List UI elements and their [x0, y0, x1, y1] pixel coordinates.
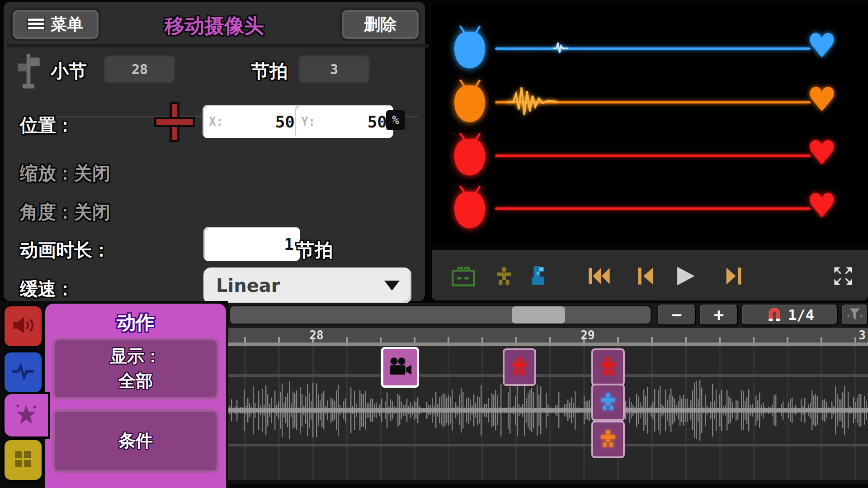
person-icon [598, 393, 618, 412]
conditions-label: 条件 [118, 428, 153, 453]
x-field-value: 50 [223, 113, 295, 131]
angle-setting-label[interactable]: 角度：关闭 [20, 200, 110, 225]
funnel-icon [846, 307, 864, 323]
boot-icon[interactable] [526, 264, 551, 288]
person-icon [509, 358, 530, 377]
position-label: 位置： [20, 113, 74, 138]
ease-dropdown[interactable]: Linear [203, 267, 411, 304]
y-field-label: Y: [301, 115, 315, 128]
game-preview: ♥♥♥♥ [432, 2, 868, 246]
timeline-event-character-red[interactable] [591, 348, 625, 386]
timeline-event-character-red[interactable] [503, 348, 536, 386]
star-icon [14, 403, 39, 428]
beat-label: 节拍 [251, 59, 288, 84]
beat-line-red-2 [495, 207, 811, 210]
duration-value: 1 [210, 235, 294, 253]
ruler-tick [515, 337, 517, 343]
character-icon[interactable] [491, 264, 517, 288]
timeline-event-character-orange[interactable] [591, 421, 625, 458]
character-red-2 [449, 183, 491, 232]
ruler-bar-label: 29 [580, 328, 594, 342]
grid-icon [12, 448, 34, 472]
percent-unit-toggle[interactable]: % [386, 110, 405, 130]
show-filter-line1: 显示： [110, 344, 161, 369]
timeline-scrollbar-track[interactable] [230, 306, 651, 324]
ruler-tick [685, 337, 687, 343]
conditions-button[interactable]: 条件 [52, 409, 219, 473]
magnet-icon [765, 306, 783, 324]
beat-value-box[interactable]: 3 [298, 55, 370, 83]
ruler-tick [854, 337, 856, 343]
heart-red-2: ♥ [802, 189, 842, 222]
rhythm-editor-app: 菜单 移动摄像头 删除 小节 28 节拍 3 位置： X: 50 Y: 50 %… [0, 0, 868, 488]
chevron-down-icon [384, 281, 400, 291]
ease-label: 缓速： [20, 277, 74, 301]
ruler-tick [821, 337, 822, 343]
skip-to-start-icon[interactable] [587, 264, 612, 288]
ruler-tick [481, 337, 483, 343]
next-beat-icon[interactable] [721, 264, 746, 288]
pulse-icon [11, 361, 35, 384]
audio-waveform [228, 378, 868, 444]
previous-beat-icon[interactable] [633, 264, 658, 288]
delete-button[interactable]: 删除 [342, 10, 419, 39]
x-input[interactable]: X: 50 [203, 105, 301, 138]
timeline-ruler[interactable]: 28293 [228, 328, 868, 343]
bar-value-box[interactable]: 28 [104, 55, 175, 83]
snap-value: 1/4 [788, 306, 814, 324]
duration-label: 动画时长： [20, 238, 110, 263]
row-divider [228, 444, 868, 446]
person-icon [598, 358, 618, 377]
filter-events-button[interactable] [842, 305, 868, 325]
camera-event-inspector: 菜单 移动摄像头 删除 小节 28 节拍 3 位置： X: 50 Y: 50 %… [4, 2, 425, 301]
timeline-event-character-blue[interactable] [591, 384, 625, 421]
timeline-bottom-shadow [228, 480, 868, 484]
toolbox-icon[interactable] [451, 264, 476, 288]
zoom-out-button[interactable]: − [658, 305, 696, 325]
ruler-bottom-strip [228, 343, 868, 346]
camera-icon [388, 357, 412, 378]
sidebar-tab-sounds[interactable] [5, 306, 42, 346]
ruler-bar-label: 28 [309, 328, 323, 342]
ruler-tick [278, 337, 280, 343]
show-filter-button[interactable]: 显示： 全部 [52, 338, 219, 399]
heart-red-1: ♥ [802, 136, 842, 169]
beat-waveform-icon [507, 84, 557, 121]
scale-setting-label[interactable]: 缩放：关闭 [20, 161, 110, 186]
ruler-tick [448, 337, 449, 343]
person-icon [598, 430, 618, 449]
timeline-grid[interactable] [228, 346, 868, 480]
sidebar-tab-rows[interactable] [5, 352, 42, 392]
ruler-tick [414, 337, 415, 343]
y-input[interactable]: Y: 50 [295, 105, 393, 138]
y-field-value: 50 [315, 113, 387, 131]
preview-toolbar [432, 250, 868, 300]
timeline-event-move-camera-selected[interactable] [381, 347, 419, 388]
play-icon[interactable] [673, 264, 698, 288]
header-separator [7, 44, 429, 47]
beat-line-red-1 [495, 155, 811, 157]
ruler-tick [753, 337, 755, 343]
bar-label: 小节 [51, 59, 87, 84]
flag-icon [15, 51, 42, 92]
actions-panel-title: 动作 [45, 310, 226, 335]
snap-button[interactable]: 1/4 [742, 305, 838, 325]
sidebar-tab-actions[interactable] [5, 394, 48, 436]
duration-unit-label: 节拍 [297, 238, 333, 263]
duration-input[interactable]: 1 [203, 227, 300, 261]
row-divider [228, 374, 868, 377]
heart-orange: ♥ [802, 83, 842, 116]
crosshair-icon[interactable] [156, 103, 193, 141]
heart-blue: ♥ [802, 29, 842, 62]
fullscreen-icon[interactable] [830, 264, 856, 288]
beat-pulse-icon [553, 41, 568, 58]
sidebar-tab-rooms[interactable] [5, 440, 42, 480]
ruler-tick [651, 337, 653, 343]
ruler-tick [617, 337, 619, 343]
ruler-tick [380, 337, 382, 343]
ruler-tick [244, 337, 246, 343]
zoom-in-button[interactable]: + [700, 305, 738, 325]
speaker-icon [11, 315, 35, 338]
actions-panel: 动作 显示： 全部 条件 [45, 304, 226, 488]
timeline-scrollbar-thumb[interactable] [512, 306, 565, 324]
